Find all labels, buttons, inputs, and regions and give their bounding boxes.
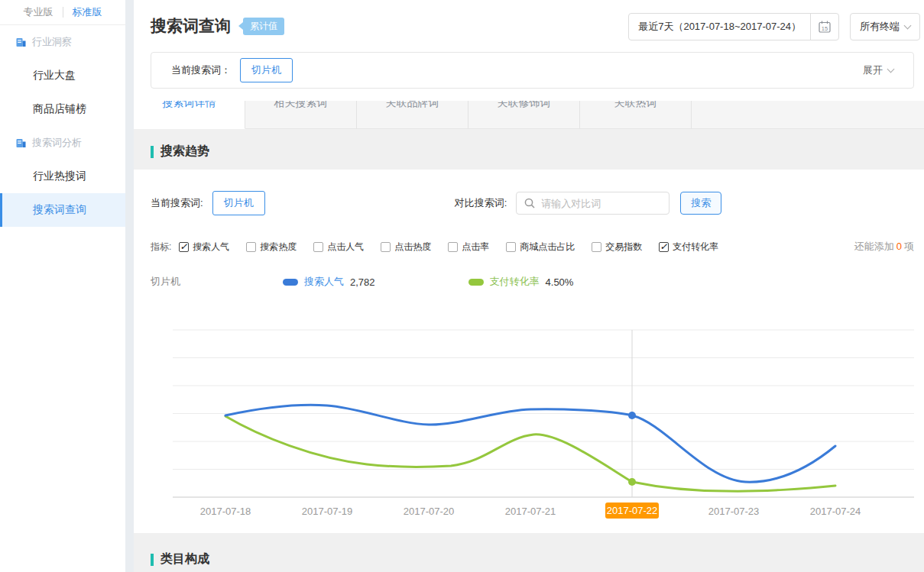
legend-swatch-icon	[468, 279, 484, 286]
x-tick: 2017-07-18	[200, 506, 251, 517]
terminal-filter-dropdown[interactable]: 所有终端	[850, 13, 920, 40]
legend-item-pay-conversion[interactable]: 支付转化率 4.50%	[468, 275, 574, 289]
sidebar-item-industry-market[interactable]: 行业大盘	[0, 59, 125, 92]
metric-checkbox-mall-click-share[interactable]: 商城点击占比	[506, 241, 575, 254]
sidebar-section-industry: 行业洞察	[0, 25, 125, 59]
report-icon	[15, 137, 27, 149]
checkbox-icon	[246, 242, 256, 252]
category-section-title: 类目构成	[160, 551, 209, 567]
metric-checkbox-click-rate[interactable]: 点击率	[448, 241, 489, 254]
metric-label: 搜索人气	[193, 241, 229, 254]
x-tick: 2017-07-20	[404, 506, 455, 517]
detail-tab-bar: 搜索词详情 相关搜索词 关联品牌词 关联修饰词 关联热词	[134, 101, 924, 129]
metric-checkbox-click-popularity[interactable]: 点击人气	[313, 241, 364, 254]
sidebar-gutter	[125, 0, 134, 572]
series-search-popularity-line	[225, 405, 835, 482]
selected-point-search-popularity	[628, 412, 636, 419]
metric-label: 点击热度	[394, 241, 431, 254]
metric-label: 点击人气	[327, 241, 364, 254]
section-accent-bar	[151, 554, 154, 566]
sidebar-section-label: 搜索词分析	[32, 136, 82, 150]
chart-legend: 切片机 搜索人气 2,782 支付转化率 4.50%	[151, 275, 914, 289]
compare-term-label: 对比搜索词:	[455, 196, 507, 210]
x-tick: 2017-07-19	[302, 506, 353, 517]
metrics-label: 指标:	[151, 241, 171, 254]
x-tick: 2017-07-23	[708, 506, 760, 517]
sidebar-item-search-word-query[interactable]: 搜索词查询	[0, 193, 125, 227]
legend-swatch-icon	[283, 279, 298, 286]
sidebar: 专业版 标准版 行业洞察 行业大盘 商品店铺榜 搜索词分析 行业热搜词 搜索词查…	[0, 0, 125, 572]
tab-related-modifier-words[interactable]: 关联修饰词	[468, 101, 580, 129]
metric-checkbox-search-heat[interactable]: 搜索热度	[246, 241, 297, 254]
metric-label: 点击率	[462, 241, 489, 254]
calendar-icon[interactable]: 15	[811, 14, 838, 40]
tab-related-brand-words[interactable]: 关联品牌词	[357, 101, 468, 129]
svg-text:15: 15	[822, 25, 828, 32]
checkbox-icon	[592, 242, 601, 252]
sidebar-section-search-analysis: 搜索词分析	[0, 126, 125, 160]
sidebar-section-label: 行业洞察	[32, 35, 72, 49]
trend-card: 当前搜索词: 切片机 对比搜索词: 搜索 指标:	[134, 170, 924, 533]
metric-label: 搜索热度	[260, 241, 297, 254]
metric-label: 交易指数	[605, 241, 642, 254]
tab-related-hot-words[interactable]: 关联热词	[580, 101, 692, 129]
trend-query-row: 当前搜索词: 切片机 对比搜索词: 搜索	[151, 191, 914, 215]
legend-item-search-popularity[interactable]: 搜索人气 2,782	[283, 275, 375, 289]
metric-checkbox-search-popularity[interactable]: 搜索人气	[179, 241, 229, 254]
tab-search-word-detail[interactable]: 搜索词详情	[134, 101, 245, 129]
search-icon	[524, 197, 536, 212]
line-chart-svg: 2017-07-18 2017-07-19 2017-07-20 2017-07…	[173, 324, 914, 524]
x-tick: 2017-07-24	[810, 506, 861, 517]
category-section-header: 类目构成	[134, 533, 924, 572]
date-range-picker[interactable]: 最近7天（2017-07-18~2017-07-24） 15	[628, 13, 839, 40]
search-button[interactable]: 搜索	[680, 192, 721, 215]
checkbox-icon	[659, 242, 669, 252]
app-window: 专业版 标准版 行业洞察 行业大盘 商品店铺榜 搜索词分析 行业热搜词 搜索词查…	[0, 0, 924, 572]
metrics-row: 指标: 搜索人气 搜索热度 点击人气 点击热度 点击率 商城点击占比 交易指数 …	[151, 240, 914, 254]
series-pay-conversion-line	[225, 416, 835, 491]
legend-name: 支付转化率	[490, 275, 540, 289]
sidebar-item-product-shop-rank[interactable]: 商品店铺榜	[0, 92, 125, 126]
metric-checkbox-click-heat[interactable]: 点击热度	[381, 241, 431, 254]
current-term-label: 当前搜索词：	[171, 63, 231, 77]
trend-section-title: 搜索趋势	[160, 144, 209, 160]
compare-term-input[interactable]	[516, 192, 669, 215]
checkbox-icon	[448, 242, 458, 252]
expand-label: 展开	[863, 63, 883, 77]
legend-term: 切片机	[151, 275, 283, 289]
current-term-button[interactable]: 切片机	[240, 58, 293, 82]
cumulative-badge: 累计值	[243, 18, 284, 35]
checkbox-icon	[381, 242, 391, 252]
tab-related-search-words[interactable]: 相关搜索词	[245, 101, 357, 129]
date-range-text: 最近7天（2017-07-18~2017-07-24）	[629, 20, 810, 34]
trend-chart[interactable]: 2017-07-18 2017-07-19 2017-07-20 2017-07…	[173, 324, 914, 527]
checkbox-icon	[313, 242, 323, 252]
trend-section-header: 搜索趋势	[134, 129, 924, 170]
current-term-bar: 当前搜索词： 切片机 展开	[151, 52, 914, 89]
expand-toggle[interactable]: 展开	[863, 63, 893, 77]
remaining-quota-text: 还能添加0项	[854, 240, 914, 254]
legend-name: 搜索人气	[304, 275, 344, 289]
terminal-filter-label: 所有终端	[860, 20, 900, 34]
checkbox-icon	[506, 242, 516, 252]
section-accent-bar	[151, 146, 154, 158]
selected-point-pay-conversion	[628, 478, 636, 486]
legend-value: 4.50%	[546, 276, 574, 288]
metric-checkbox-trade-index[interactable]: 交易指数	[592, 241, 642, 254]
legend-value: 2,782	[350, 276, 375, 288]
metric-checkbox-pay-conversion[interactable]: 支付转化率	[659, 241, 718, 254]
page-title: 搜索词查询	[151, 15, 231, 37]
x-tick: 2017-07-21	[505, 506, 556, 517]
sidebar-item-hot-search-words[interactable]: 行业热搜词	[0, 160, 125, 193]
tab-standard-version[interactable]: 标准版	[63, 5, 112, 19]
remaining-count: 0	[894, 241, 904, 252]
page-header: 搜索词查询 累计值 最近7天（2017-07-18~2017-07-24） 15	[134, 0, 924, 129]
x-tick-selected: 2017-07-22	[607, 505, 658, 516]
report-icon	[15, 37, 27, 48]
chevron-down-icon	[887, 65, 895, 73]
tab-pro-version[interactable]: 专业版	[15, 5, 63, 19]
metric-label: 支付转化率	[673, 241, 718, 254]
checkbox-icon	[179, 242, 189, 252]
trend-current-term-button[interactable]: 切片机	[212, 191, 265, 215]
tab-bar-filler	[692, 101, 924, 129]
